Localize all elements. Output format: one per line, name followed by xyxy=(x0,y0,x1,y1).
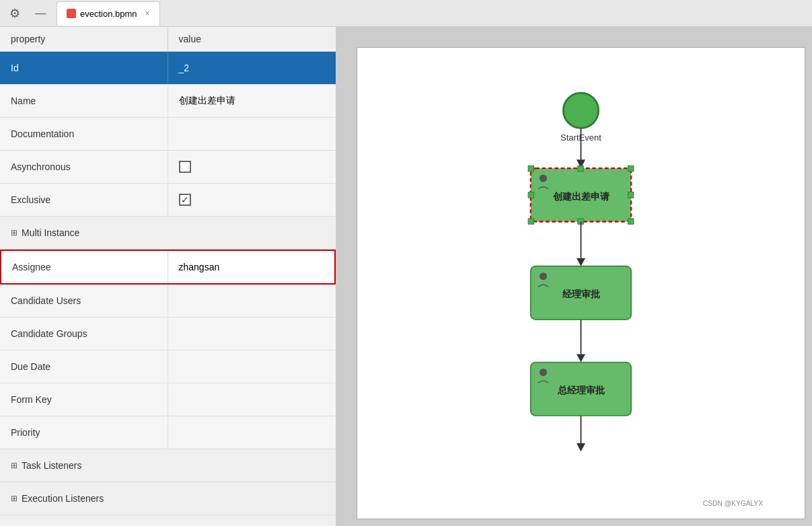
prop-row-exclusive: Exclusive xyxy=(0,184,336,217)
handle-mr xyxy=(628,192,634,198)
tab-close-button[interactable]: × xyxy=(145,9,150,18)
task1-label: 创建出差申请 xyxy=(552,191,610,202)
handle-tr xyxy=(628,165,634,171)
prop-label-id: Id xyxy=(0,52,168,84)
start-event-shape[interactable] xyxy=(563,93,598,128)
properties-panel: property value Id _2 Name 创建出差申请 Documen… xyxy=(0,27,336,526)
prop-label-assignee: Assignee xyxy=(1,251,168,283)
prop-row-documentation: Documentation xyxy=(0,118,336,151)
tab-area: evection.bpmn × xyxy=(57,1,807,26)
execution-listeners-expand-icon[interactable]: ⊞ xyxy=(11,494,17,503)
prop-row-form-key: Form Key xyxy=(0,383,336,416)
prop-label-candidate-groups: Candidate Groups xyxy=(0,317,168,350)
asynchronous-checkbox[interactable] xyxy=(179,161,191,173)
prop-label-asynchronous: Asynchronous xyxy=(0,151,168,183)
task2-person-head xyxy=(540,272,547,280)
prop-table-header: property value xyxy=(0,27,336,52)
bpmn-tab[interactable]: evection.bpmn × xyxy=(57,1,160,26)
prop-row-priority: Priority xyxy=(0,416,336,449)
prop-label-due-date: Due Date xyxy=(0,350,168,383)
prop-label-candidate-users: Candidate Users xyxy=(0,285,168,317)
handle-tl xyxy=(528,165,533,171)
canvas-inner[interactable]: StartEvent 创建出差申请 xyxy=(357,47,805,519)
prop-value-asynchronous[interactable] xyxy=(168,151,336,183)
prop-label-multi-instance[interactable]: ⊞ Multi Instance xyxy=(0,217,336,249)
main-layout: property value Id _2 Name 创建出差申请 Documen… xyxy=(0,27,812,526)
arrowhead-3 xyxy=(577,354,585,362)
prop-row-candidate-users: Candidate Users xyxy=(0,285,336,317)
task1-person-head xyxy=(540,175,547,182)
task-listeners-expand-icon[interactable]: ⊞ xyxy=(11,461,17,470)
handle-bl xyxy=(528,219,533,224)
prop-label-form[interactable]: ⊞ Form xyxy=(0,515,336,526)
gear-button[interactable]: ⚙ xyxy=(5,4,24,23)
prop-value-assignee[interactable]: zhangsan xyxy=(168,251,335,283)
handle-ml xyxy=(528,192,533,198)
prop-row-asynchronous: Asynchronous xyxy=(0,151,336,184)
task3-label: 总经理审批 xyxy=(557,385,605,396)
exclusive-checkbox[interactable] xyxy=(179,194,191,206)
prop-row-multi-instance[interactable]: ⊞ Multi Instance xyxy=(0,217,336,250)
prop-row-candidate-groups: Candidate Groups xyxy=(0,317,336,350)
col-value-header: value xyxy=(168,27,336,51)
prop-label-exclusive: Exclusive xyxy=(0,184,168,216)
prop-row-task-listeners[interactable]: ⊞ Task Listeners xyxy=(0,449,336,482)
prop-label-name: Name xyxy=(0,85,168,117)
multi-instance-expand-icon[interactable]: ⊞ xyxy=(11,228,17,237)
tab-label: evection.bpmn xyxy=(80,9,137,19)
prop-value-name[interactable]: 创建出差申请 xyxy=(168,85,336,117)
prop-value-priority[interactable] xyxy=(168,416,336,449)
prop-row-id: Id _2 xyxy=(0,52,336,85)
watermark-text: CSDN @KYGALYX xyxy=(703,500,764,507)
prop-label-execution-listeners[interactable]: ⊞ Execution Listeners xyxy=(0,482,336,515)
window-controls: ⚙ — xyxy=(5,4,50,23)
prop-row-assignee: Assignee zhangsan xyxy=(0,250,336,285)
task3-person-head xyxy=(540,369,547,376)
prop-label-task-listeners[interactable]: ⊞ Task Listeners xyxy=(0,449,336,482)
minimize-button[interactable]: — xyxy=(31,4,50,23)
bpmn-diagram: StartEvent 创建出差申请 xyxy=(357,48,805,519)
col-property-header: property xyxy=(0,27,168,51)
tab-file-icon xyxy=(67,9,76,18)
handle-tc xyxy=(578,165,583,171)
prop-label-priority: Priority xyxy=(0,416,168,449)
prop-value-exclusive[interactable] xyxy=(168,184,336,216)
prop-row-name: Name 创建出差申请 xyxy=(0,85,336,118)
prop-row-due-date: Due Date xyxy=(0,350,336,383)
handle-br xyxy=(628,219,634,224)
prop-label-documentation: Documentation xyxy=(0,118,168,150)
prop-value-documentation[interactable] xyxy=(168,118,336,150)
arrowhead-4 xyxy=(577,443,585,451)
top-bar: ⚙ — evection.bpmn × xyxy=(0,0,812,27)
prop-value-id[interactable]: _2 xyxy=(168,52,336,84)
prop-value-candidate-groups[interactable] xyxy=(168,317,336,350)
task2-label: 经理审批 xyxy=(562,289,600,299)
prop-label-form-key: Form Key xyxy=(0,383,168,416)
prop-row-execution-listeners[interactable]: ⊞ Execution Listeners xyxy=(0,482,336,515)
canvas-area: StartEvent 创建出差申请 xyxy=(336,27,812,526)
prop-row-form[interactable]: ⊞ Form xyxy=(0,515,336,526)
arrowhead-2 xyxy=(577,258,585,266)
prop-value-due-date[interactable] xyxy=(168,350,336,383)
prop-value-form-key[interactable] xyxy=(168,383,336,416)
prop-value-candidate-users[interactable] xyxy=(168,285,336,317)
